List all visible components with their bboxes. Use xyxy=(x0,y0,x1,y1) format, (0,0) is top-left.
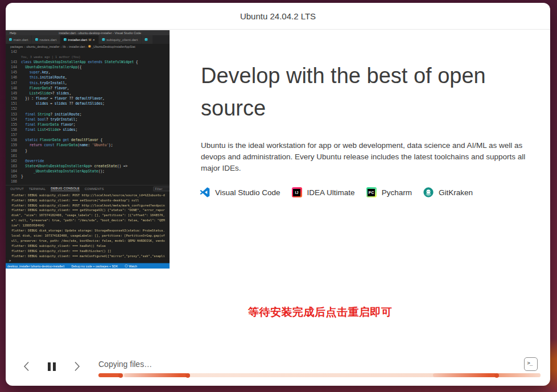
token: ; xyxy=(80,112,82,116)
token: FlavorData xyxy=(30,86,51,90)
console-line: flutter: DEBUG disk_storage: Update stor… xyxy=(11,228,170,233)
code-line: 165} xyxy=(6,174,170,179)
code-text: You, 3 weeks ago | 1 author (You) xyxy=(21,54,80,59)
code-line: 144 UbuntuDesktopInstallerApp({ xyxy=(6,64,170,69)
line-number: 153 xyxy=(6,112,21,117)
code-line: 147 this.tryOrInstall, xyxy=(6,80,170,85)
line-number: 163 xyxy=(6,163,21,168)
token: defaultFlavor xyxy=(75,96,102,100)
token: >? xyxy=(50,91,56,95)
vscode-tab: subiquity_client.dart xyxy=(98,35,141,44)
console-line: flutter: DEBUG subiquity_client: === mar… xyxy=(11,253,170,258)
console-line: local disk, size: 107374182400, usageLab… xyxy=(11,233,170,238)
token xyxy=(21,101,36,105)
code-text: this.initialRoute, xyxy=(21,75,67,80)
symbol-icon xyxy=(88,46,90,48)
tab-label: routes.dart xyxy=(40,38,57,42)
dart-icon xyxy=(64,38,67,41)
token: @override xyxy=(25,159,44,163)
line-number xyxy=(6,54,21,59)
progress-segment xyxy=(433,373,497,377)
breadcrumb-item: _UbuntuDesktopInstallerAppStat xyxy=(92,45,135,48)
code-line: 159 return const FlavorData(name: 'Ubunt… xyxy=(6,143,170,148)
token: StatefulWidget xyxy=(105,60,134,64)
annotation-text: 等待安装完成后点击重启即可 xyxy=(248,305,393,320)
line-number: 142 xyxy=(6,49,21,54)
code-line: 162 @override xyxy=(6,158,170,163)
vscode-tab-bar: main.dartroutes.dartinstaller.dartM✕subi… xyxy=(6,35,170,44)
token xyxy=(21,164,25,168)
token xyxy=(21,91,30,95)
pause-slideshow-button[interactable] xyxy=(46,361,57,372)
progress-dot xyxy=(118,373,123,378)
statusbar-watch: Watch xyxy=(125,265,137,268)
breadcrumb-separator: › xyxy=(67,45,68,48)
code-line: 164 _UbuntuDesktopInstallerAppState(); xyxy=(6,168,170,174)
ide-item-pycharm: PC Pycharm xyxy=(366,187,412,197)
previous-slide-button[interactable] xyxy=(22,361,32,372)
vscode-console-prompt: > xyxy=(6,259,170,263)
code-text: return const FlavorData(name: 'Ubuntu'); xyxy=(21,143,113,148)
token xyxy=(21,143,30,147)
token: () => xyxy=(117,164,130,168)
token: final xyxy=(25,127,38,131)
token: flavor xyxy=(55,96,67,100)
code-line: 142 xyxy=(6,49,170,54)
vscode-menubar: Help installer.dart - ubuntu-desktop-ins… xyxy=(6,30,170,35)
token: = xyxy=(48,96,55,100)
line-number: 166 xyxy=(6,179,21,184)
code-text: _UbuntuDesktopInstallerAppState(); xyxy=(21,168,105,174)
panel-tab: DEBUG CONSOLE xyxy=(51,187,80,191)
line-number: 151 xyxy=(6,101,21,106)
code-line: 161 xyxy=(6,153,170,158)
token xyxy=(21,159,25,163)
tab-label: installer.dart xyxy=(68,38,87,42)
token: tryOrInstall xyxy=(50,117,75,121)
line-number: 146 xyxy=(6,75,21,80)
vscode-tab xyxy=(142,35,153,44)
token: final xyxy=(25,117,38,121)
next-slide-button[interactable] xyxy=(72,361,82,372)
token: return xyxy=(30,143,44,147)
token: String xyxy=(38,112,50,116)
ide-item-idea: IJ IDEA Ultimate xyxy=(292,187,355,197)
vscode-breadcrumb: packages›ubuntu_desktop_installer›lib›in… xyxy=(6,44,170,49)
chevron-right-icon xyxy=(72,361,82,372)
breadcrumb-separator: › xyxy=(24,45,25,48)
progress-status: Copying files… xyxy=(98,360,152,369)
token: get xyxy=(63,138,71,142)
vscode-statusbar: desktop_installer (ubuntu-desktop-instal… xyxy=(6,263,170,269)
code-text: static FlavorData get defaultFlavor { xyxy=(21,138,102,143)
line-number: 154 xyxy=(6,117,21,122)
vscode-window-title: installer.dart - ubuntu-desktop-installe… xyxy=(59,31,141,35)
tab-label: subiquity_client.dart xyxy=(106,38,138,42)
line-number: 150 xyxy=(6,96,21,101)
line-number: 148 xyxy=(6,85,21,90)
panel-tab: COMMENTS xyxy=(85,187,104,191)
vscode-scale-wrap: Help installer.dart - ubuntu-desktop-ins… xyxy=(6,30,170,269)
line-number: 164 xyxy=(6,168,21,174)
token: List xyxy=(30,91,38,95)
token: > xyxy=(90,164,94,168)
token: ); xyxy=(109,143,113,147)
code-text: final bool? tryOrInstall; xyxy=(21,117,77,122)
console-line: flutter: DEBUG subiquity_client: === set… xyxy=(11,197,170,203)
token: State xyxy=(25,164,35,168)
terminal-button[interactable]: >_ xyxy=(524,357,538,371)
code-line: 145 super.key, xyxy=(6,70,170,75)
code-text: List<Slide>? slides, xyxy=(21,90,71,96)
progress-dot xyxy=(185,373,190,378)
ide-label: GitKraken xyxy=(439,188,473,197)
breadcrumb-item: lib xyxy=(63,45,65,48)
token: ?? xyxy=(67,96,76,100)
token: slides xyxy=(56,91,69,95)
code-text: final FlavorData flavor; xyxy=(21,122,75,127)
token: = xyxy=(48,101,55,105)
token: class xyxy=(21,60,34,64)
console-line: flutter: DEBUG subiquity_client: === has… xyxy=(11,248,170,253)
token: , xyxy=(69,91,71,95)
token xyxy=(21,86,30,90)
token: ? xyxy=(46,117,50,121)
code-line: 149 List<Slide>? slides, xyxy=(6,90,170,96)
vscode-panel-tabbar: OUTPUTTERMINALDEBUG CONSOLECOMMENTSFilte… xyxy=(6,185,170,193)
